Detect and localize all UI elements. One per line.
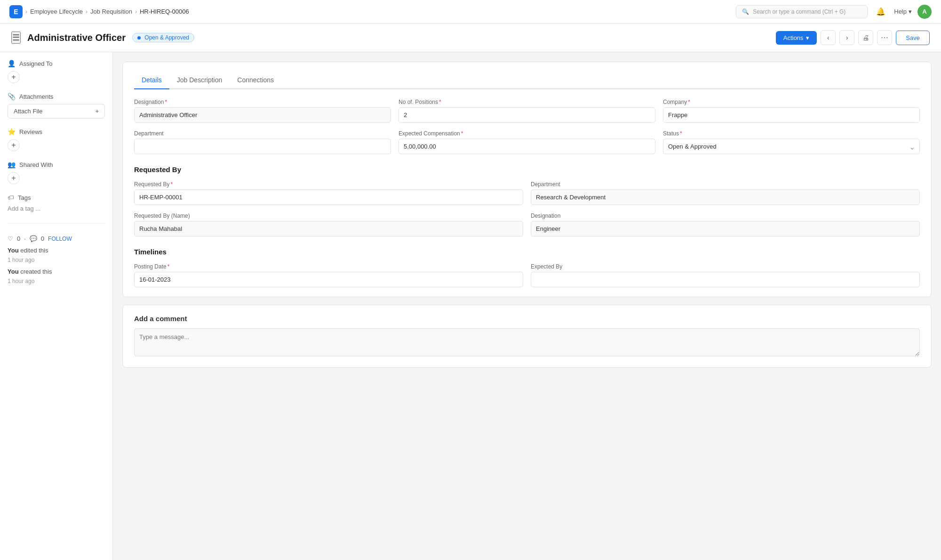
activity-time-1: 1 hour ago — [8, 278, 34, 284]
sidebar-reviews-section: ⭐ Reviews + — [8, 128, 105, 151]
assigned-to-add-button[interactable]: + — [8, 71, 20, 83]
breadcrumb-employee-lifecycle[interactable]: Employee Lifecycle — [30, 8, 83, 15]
search-bar[interactable]: 🔍 Search or type a command (Ctrl + G) — [736, 5, 868, 18]
status-field: Status* Open Open & Approved Closed — [663, 130, 920, 154]
tab-job-description[interactable]: Job Description — [169, 71, 230, 89]
activity-section: ♡ 0 · 💬 0 FOLLOW You edited this 1 hour … — [8, 235, 105, 288]
main-card: Details Job Description Connections Desi… — [122, 62, 932, 297]
sidebar-tags-section: 🏷 Tags Add a tag ... — [8, 194, 105, 212]
tab-details[interactable]: Details — [134, 71, 169, 89]
designation-input[interactable] — [134, 107, 391, 123]
req-by-name-input[interactable] — [134, 221, 523, 237]
help-label: Help — [894, 8, 907, 15]
heart-icon: ♡ — [8, 235, 13, 242]
assigned-to-header: 👤 Assigned To — [8, 60, 105, 67]
activity-actor-1: You — [8, 268, 19, 275]
activity-actor-0: You — [8, 247, 19, 254]
page-title: Administrative Officer — [27, 32, 126, 43]
more-options-button[interactable]: ··· — [877, 30, 892, 45]
comment-section: Add a comment — [122, 305, 932, 368]
actions-button[interactable]: Actions ▾ — [776, 31, 817, 45]
tags-header: 🏷 Tags — [8, 194, 105, 201]
save-button[interactable]: Save — [896, 31, 930, 45]
tabs: Details Job Description Connections — [134, 71, 920, 89]
department-label: Department — [134, 130, 391, 137]
assigned-to-icon: 👤 — [8, 60, 16, 67]
attach-file-plus-icon: + — [95, 108, 99, 115]
next-button[interactable]: › — [839, 30, 854, 45]
attach-file-button[interactable]: Attach File + — [8, 104, 105, 118]
page-header-right: Actions ▾ ‹ › 🖨 ··· Save — [776, 30, 930, 45]
avatar[interactable]: A — [917, 5, 932, 19]
expected-by-field: Expected By — [531, 263, 920, 287]
posting-date-field: Posting Date* — [134, 263, 523, 287]
shared-with-add-button[interactable]: + — [8, 172, 20, 184]
no-positions-input[interactable] — [399, 107, 655, 123]
expected-comp-label: Expected Compensation* — [399, 130, 655, 137]
tab-connections[interactable]: Connections — [230, 71, 281, 89]
req-by-label: Requested By* — [134, 181, 523, 188]
requested-by-title: Requested By — [134, 166, 920, 174]
department-field: Department — [134, 130, 391, 154]
shared-with-label: Shared With — [19, 161, 53, 168]
status-badge: Open & Approved — [132, 33, 194, 42]
activity-action-0: edited this — [20, 247, 48, 254]
company-field: Company* — [663, 99, 920, 123]
reviews-add-button[interactable]: + — [8, 139, 20, 151]
designation-field: Designation* — [134, 99, 391, 123]
search-placeholder: Search or type a command (Ctrl + G) — [753, 8, 845, 15]
form-row-2: Department Expected Compensation* Status… — [134, 130, 920, 154]
no-positions-label: No of. Positions* — [399, 99, 655, 105]
reviews-icon: ⭐ — [8, 128, 16, 135]
tags-label: Tags — [18, 194, 31, 201]
comment-input[interactable] — [134, 328, 920, 356]
likes-count: 0 — [17, 235, 20, 242]
expected-comp-input[interactable] — [399, 139, 655, 154]
expected-by-input[interactable] — [531, 272, 920, 287]
status-select[interactable]: Open Open & Approved Closed — [663, 139, 920, 154]
expected-comp-field: Expected Compensation* — [399, 130, 655, 154]
posting-date-input[interactable] — [134, 272, 523, 287]
sep-1: › — [25, 8, 27, 15]
help-button[interactable]: Help ▾ — [894, 8, 912, 15]
sidebar: 👤 Assigned To + 📎 Attachments Attach Fil… — [0, 52, 113, 560]
req-by-input[interactable] — [134, 189, 523, 205]
req-dept-input[interactable] — [531, 189, 920, 205]
req-designation-input[interactable] — [531, 221, 920, 237]
hamburger-button[interactable]: ☰ — [11, 32, 21, 44]
department-input[interactable] — [134, 139, 391, 154]
notifications-button[interactable]: 🔔 — [873, 4, 888, 19]
dot-sep: · — [24, 235, 26, 242]
main-layout: 👤 Assigned To + 📎 Attachments Attach Fil… — [0, 52, 941, 560]
top-nav: E › Employee Lifecycle › Job Requisition… — [0, 0, 941, 24]
prev-button[interactable]: ‹ — [821, 30, 836, 45]
req-dept-label: Department — [531, 181, 920, 188]
attachments-label: Attachments — [19, 93, 53, 100]
company-input[interactable] — [663, 107, 920, 123]
actions-chevron-icon: ▾ — [806, 34, 809, 41]
add-tag-button[interactable]: Add a tag ... — [8, 205, 105, 212]
status-badge-text: Open & Approved — [144, 34, 189, 41]
activity-stats: ♡ 0 · 💬 0 FOLLOW — [8, 235, 105, 242]
assigned-to-label: Assigned To — [19, 60, 53, 67]
comment-icon: 💬 — [30, 235, 37, 242]
requested-by-row-2: Requested By (Name) Designation — [134, 213, 920, 237]
shared-with-icon: 👥 — [8, 161, 16, 168]
req-dept-field: Department — [531, 181, 920, 205]
page-header-left: ☰ Administrative Officer Open & Approved — [11, 32, 194, 44]
sidebar-shared-with-section: 👥 Shared With + — [8, 161, 105, 184]
designation-label: Designation* — [134, 99, 391, 105]
req-by-name-field: Requested By (Name) — [134, 213, 523, 237]
timelines-title: Timelines — [134, 248, 920, 256]
app-icon: E — [9, 5, 23, 18]
follow-button[interactable]: FOLLOW — [48, 236, 72, 242]
expected-by-label: Expected By — [531, 263, 920, 270]
timelines-row: Posting Date* Expected By — [134, 263, 920, 287]
breadcrumb-job-requisition[interactable]: Job Requisition — [90, 8, 132, 15]
nav-left: E › Employee Lifecycle › Job Requisition… — [9, 5, 189, 18]
print-button[interactable]: 🖨 — [858, 30, 873, 45]
activity-time-0: 1 hour ago — [8, 257, 34, 263]
no-positions-field: No of. Positions* — [399, 99, 655, 123]
activity-item-0: You edited this 1 hour ago — [8, 246, 105, 264]
attachments-icon: 📎 — [8, 93, 16, 100]
